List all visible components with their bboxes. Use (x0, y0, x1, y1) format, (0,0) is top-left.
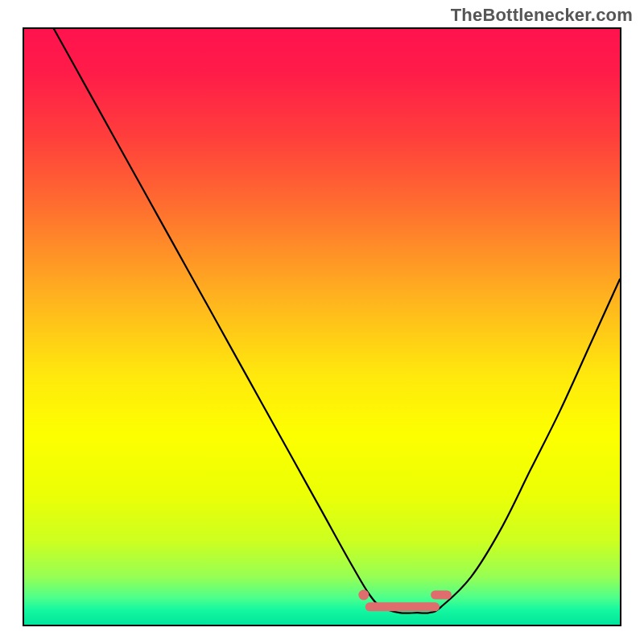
attribution-text: TheBottlenecker.com (451, 5, 633, 26)
optimal-range-left-dot (358, 590, 369, 601)
chart-curve-layer (24, 29, 620, 625)
chart-frame (23, 27, 621, 626)
bottleneck-curve (54, 29, 620, 613)
